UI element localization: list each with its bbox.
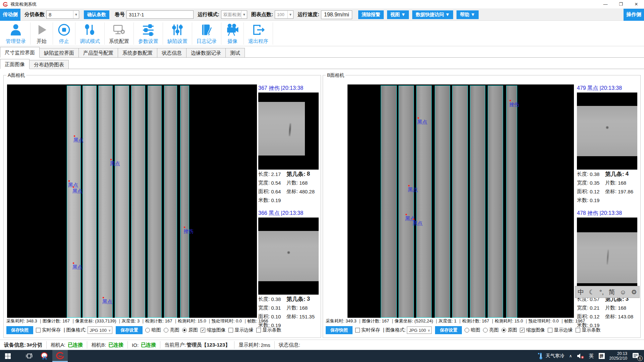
stat-empty bbox=[286, 196, 319, 204]
io-connection-segment: IO: 已连接 bbox=[128, 341, 160, 349]
defect-card[interactable]: 479 黑点 |20:13:38长度:0.38第几条:4宽度:0.35片数:16… bbox=[577, 84, 637, 204]
tool-user[interactable]: 管理登录 bbox=[1, 22, 31, 45]
slit-count-select[interactable]: 8 ▼ bbox=[46, 10, 79, 19]
sub-tab-0[interactable]: 正面图像 bbox=[0, 59, 30, 69]
main-tab-1[interactable]: 缺陷监控界面 bbox=[39, 48, 79, 57]
tool-param-settings[interactable]: 参数设置 bbox=[134, 22, 163, 45]
camera-a-controls: 保存快照实时保存| 图像格式:JPG 100∨保存设置暗图亮图原图✓缩放图像显示… bbox=[6, 325, 284, 335]
task-view-button[interactable] bbox=[21, 350, 37, 362]
pinyin-ime-indicator[interactable]: 拼 bbox=[599, 353, 605, 359]
stat-value: 0.19 bbox=[271, 197, 281, 203]
main-tab-0[interactable]: 尺寸监控界面 bbox=[0, 47, 40, 58]
defect-dot bbox=[287, 251, 290, 254]
camera-a-image[interactable]: 黑点黑点黑点黑点挫伤黑点黑点 bbox=[7, 84, 257, 318]
main-tab-6[interactable]: 测试 bbox=[225, 48, 245, 57]
save-snapshot-button[interactable]: 保存快照 bbox=[6, 326, 33, 334]
defect-card[interactable]: 478 挫伤 |20:13:38长度:0.57第几条:3宽度:0.21片数:16… bbox=[577, 209, 637, 329]
tool-play[interactable]: 开始 bbox=[31, 22, 53, 45]
image-format-select[interactable]: JPG 100∨ bbox=[88, 326, 112, 334]
save-settings-button[interactable]: 保存设置 bbox=[435, 326, 462, 334]
clear-alarm-button[interactable]: 清除报警 bbox=[358, 10, 384, 19]
defect-card[interactable]: 366 黑点 |20:13:38长度:0.38第几条:3宽度:0.31片数:16… bbox=[258, 209, 319, 329]
image-mode-radio-1[interactable]: 亮图 bbox=[164, 327, 179, 333]
image-mode-radio-1[interactable]: 亮图 bbox=[483, 327, 498, 333]
minimize-button[interactable]: — bbox=[598, 0, 613, 8]
ime-settings-gear-icon[interactable]: ⚙ bbox=[631, 289, 637, 295]
ime-halfmoon-icon[interactable]: ☾ bbox=[589, 289, 595, 295]
stat-value: 0.38 bbox=[271, 296, 281, 302]
tray-expand-caret[interactable]: ∧ bbox=[569, 354, 572, 358]
help-menu-button[interactable]: 帮助 ▼ bbox=[457, 10, 479, 19]
image-mode-radio-2[interactable]: 原图 bbox=[501, 327, 517, 333]
realtime-save-checkbox[interactable]: 实时保存 bbox=[355, 327, 380, 333]
stat-label: 宽度: bbox=[577, 305, 588, 311]
weather-tray-item[interactable]: 天气寒冷 bbox=[538, 352, 565, 360]
volume-muted-icon[interactable] bbox=[577, 353, 584, 359]
icon-toolbar: 管理登录开始停止调试模式系统配置参数设置缺陷设置日志记录摄像退出程序 bbox=[0, 21, 644, 46]
main-tab-5[interactable]: 边缘数据记录 bbox=[186, 48, 226, 57]
language-indicator[interactable]: 英 bbox=[589, 353, 594, 359]
ime-emoji-icon[interactable]: ☺ bbox=[620, 289, 626, 295]
camera-b-status-line: 采集耗时: 349.3 ｜图像计数: 167 ｜像素坐标: (5202,24) … bbox=[326, 318, 575, 324]
inspection-app-taskbar-button[interactable] bbox=[52, 350, 68, 362]
save-settings-button[interactable]: 保存设置 bbox=[116, 326, 143, 334]
show-count-checkbox[interactable]: 显示条数 bbox=[576, 327, 600, 333]
snipping-tool-button[interactable] bbox=[37, 350, 52, 362]
close-button[interactable]: ✕ bbox=[629, 0, 644, 8]
notification-center-button[interactable]: 6 bbox=[632, 352, 641, 360]
checkbox-unchecked bbox=[36, 328, 41, 333]
stat-label: 面积: bbox=[577, 188, 588, 195]
tool-system-config[interactable]: 系统配置 bbox=[105, 22, 134, 45]
tool-log[interactable]: 日志记录 bbox=[192, 22, 221, 45]
show-edge-checkbox[interactable]: 显示边缘 bbox=[228, 327, 253, 333]
radio-selected bbox=[501, 328, 506, 333]
tool-debug-mode[interactable]: 调试模式 bbox=[75, 22, 105, 45]
stat-meters: 米数:0.19 bbox=[577, 196, 605, 204]
ime-simplified-icon[interactable]: 简 bbox=[608, 289, 615, 295]
zoom-image-checkbox[interactable]: ✓缩放图像 bbox=[201, 327, 225, 333]
radio-unselected bbox=[145, 328, 150, 333]
roll-number-input[interactable] bbox=[126, 10, 194, 19]
tool-defect-settings[interactable]: 缺陷设置 bbox=[163, 22, 192, 45]
start-button[interactable] bbox=[0, 350, 15, 362]
sub-tab-1[interactable]: 分布趋势图表 bbox=[29, 60, 69, 69]
chevron-down-icon: ▼ bbox=[287, 11, 293, 18]
operator-side-button[interactable]: 操作侧 bbox=[624, 9, 644, 21]
ime-chinese-mode[interactable]: 中 bbox=[578, 289, 584, 295]
defect-card[interactable]: 367 挫伤 |20:13:38长度:2.17第几条:8宽度:0.54片数:16… bbox=[258, 84, 319, 204]
save-snapshot-button[interactable]: 保存快照 bbox=[326, 326, 353, 334]
image-mode-radio-0[interactable]: 暗图 bbox=[465, 327, 480, 333]
defect-marker-label: 挫伤 bbox=[183, 228, 194, 235]
main-tab-4[interactable]: 状态信息 bbox=[157, 48, 186, 57]
show-edge-checkbox[interactable]: 显示边缘 bbox=[548, 327, 573, 333]
stat-value: 0.54 bbox=[271, 180, 281, 186]
image-mode-radio-0[interactable]: 暗图 bbox=[145, 327, 161, 333]
stat-value: 0.31 bbox=[271, 305, 281, 311]
main-tab-2[interactable]: 产品型号配置 bbox=[78, 48, 118, 57]
run-mode-select[interactable]: 双面检测 ▼ bbox=[221, 10, 247, 19]
zoom-image-checkbox[interactable]: ✓缩放图像 bbox=[520, 327, 545, 333]
confirm-count-button[interactable]: 确认条数 bbox=[84, 10, 109, 19]
tool-label: 摄像 bbox=[227, 38, 237, 45]
checkbox-unchecked bbox=[256, 328, 261, 333]
realtime-save-checkbox[interactable]: 实时保存 bbox=[36, 327, 61, 333]
data-quick-access-menu-button[interactable]: 数据快捷访问 ▼ bbox=[412, 10, 453, 19]
tool-exit[interactable]: 退出程序 bbox=[244, 22, 273, 45]
tool-stop[interactable]: 停止 bbox=[53, 22, 75, 45]
maximize-button[interactable]: ❐ bbox=[613, 0, 629, 8]
clock-tray-item[interactable]: 20:13 2025/2/10 bbox=[609, 351, 627, 361]
image-mode-radio-2[interactable]: 原图 bbox=[182, 327, 198, 333]
camera-b-image[interactable]: 挫伤黑点黑点黑点黑点 bbox=[347, 84, 574, 318]
image-format-select[interactable]: JPG 100∨ bbox=[407, 326, 432, 334]
ime-punctuation-icon[interactable]: °, bbox=[599, 289, 604, 295]
chart-points-select[interactable]: 100 ▼ bbox=[275, 10, 293, 19]
sub-tab-bar: 正面图像分布趋势图表 bbox=[0, 59, 644, 69]
view-menu-button[interactable]: 视图 ▼ bbox=[387, 10, 409, 19]
stat-value: 168 bbox=[618, 180, 626, 186]
chevron-down-icon: ▼ bbox=[73, 11, 79, 18]
defect-snapshot-image bbox=[577, 218, 637, 295]
main-tab-3[interactable]: 系统参数配置 bbox=[118, 48, 157, 57]
show-count-checkbox[interactable]: 显示条数 bbox=[256, 327, 281, 333]
drive-side-button[interactable]: 传动侧 bbox=[0, 9, 20, 21]
tool-camera[interactable]: 摄像 bbox=[221, 22, 244, 45]
